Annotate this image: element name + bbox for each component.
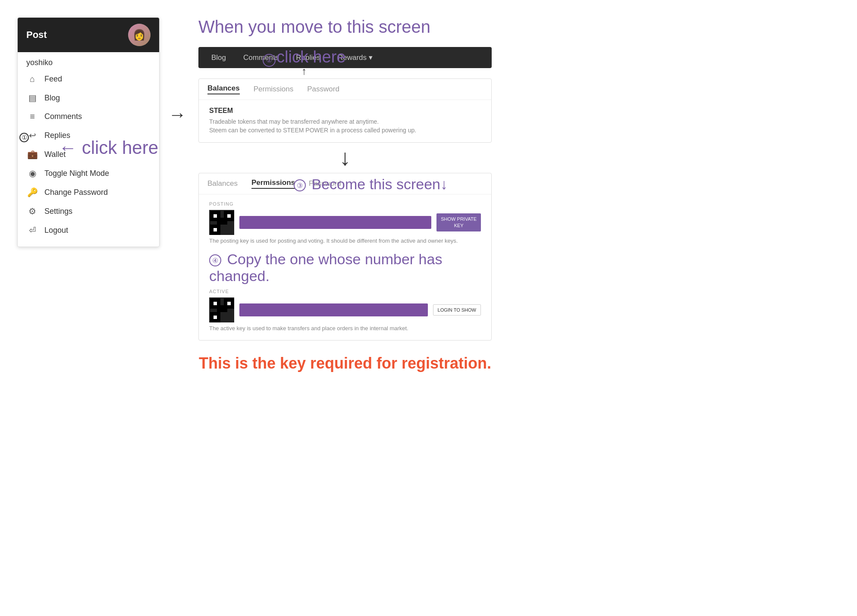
sidebar-username: yoshiko: [18, 52, 159, 70]
show-private-key-button[interactable]: SHOW PRIVATE KEY: [436, 213, 481, 232]
home-icon: ⌂: [26, 74, 38, 84]
wallet-icon: 💼: [26, 149, 38, 159]
posting-label: POSTING: [209, 201, 481, 206]
posting-qr-code: [209, 210, 234, 235]
sidebar-item-logout[interactable]: ⏎ Logout: [18, 221, 159, 240]
active-label: ACTIVE: [209, 289, 481, 294]
sidebar-header: Post 👩: [18, 18, 159, 52]
blog-icon: ▤: [26, 93, 38, 103]
tab-permissions[interactable]: Permissions: [254, 85, 294, 94]
permissions-tab-row: Balances Permissions Password ③ Become t…: [199, 173, 491, 194]
logout-icon: ⏎: [26, 225, 38, 235]
sidebar: Post 👩 yoshiko ⌂ Feed ▤ Blog ≡ Comments …: [17, 17, 160, 247]
balances-panel: Balances Permissions Password ②click her…: [198, 78, 492, 143]
arrow-up: ↑: [301, 65, 307, 77]
sidebar-comments-label: Comments: [44, 112, 82, 121]
posting-desc-row: The posting key is used for posting and …: [209, 238, 481, 244]
sidebar-item-feed[interactable]: ⌂ Feed: [18, 70, 159, 88]
night-mode-icon: ◉: [26, 168, 38, 178]
settings-icon: ⚙: [26, 206, 38, 216]
down-arrow-1: ↓: [198, 146, 492, 169]
posting-key-row: SHOW PRIVATE KEY: [209, 210, 481, 235]
wallet-click-annotation: ← click here: [59, 139, 158, 157]
avatar: 👩: [128, 24, 151, 46]
sidebar-feed-label: Feed: [44, 75, 62, 84]
posting-desc-text: The posting key is used for posting and …: [209, 238, 458, 244]
active-key-bar: [239, 303, 428, 316]
nav-blog[interactable]: Blog: [203, 47, 235, 68]
active-key-row: LOGIN TO SHOW: [209, 297, 481, 322]
sidebar-item-wallet[interactable]: 💼 Wallet ① ← click here: [18, 145, 159, 164]
circle-1-annotation: ①: [19, 133, 29, 142]
circle-2: ②: [263, 54, 276, 67]
steem-label: STEEM: [209, 107, 481, 115]
tab-balances-active[interactable]: Balances: [207, 84, 240, 94]
avatar-image: 👩: [128, 24, 151, 46]
active-qr-code: [209, 297, 234, 322]
tab-balances-2[interactable]: Balances: [207, 179, 238, 188]
login-to-show-button[interactable]: LOGIN TO SHOW: [433, 304, 481, 316]
sidebar-item-blog[interactable]: ▤ Blog: [18, 88, 159, 107]
balances-tab-row: Balances Permissions Password ②click her…: [199, 79, 491, 100]
sidebar-item-toggle-night[interactable]: ◉ Toggle Night Mode: [18, 164, 159, 183]
sidebar-item-comments[interactable]: ≡ Comments: [18, 107, 159, 126]
circle-4: ④: [209, 254, 221, 266]
steem-desc1: Tradeable tokens that may be transferred…: [209, 118, 481, 125]
balances-content: STEEM Tradeable tokens that may be trans…: [199, 100, 491, 142]
password-icon: 🔑: [26, 187, 38, 197]
main-content: When you move to this screen Blog Commen…: [198, 17, 802, 372]
copy-text: Copy the one whose number has changed.: [209, 251, 442, 284]
active-key-desc: The active key is used to make transfers…: [209, 325, 481, 331]
permissions-panel: Balances Permissions Password ③ Become t…: [198, 173, 492, 341]
copy-annotation-row: ④ Copy the one whose number has changed.: [209, 251, 481, 285]
permissions-content: POSTING SHOW PRIVATE KEY The pos: [199, 194, 491, 340]
become-screen-annotation: ③ Become this screen↓: [294, 176, 448, 193]
comments-icon: ≡: [26, 112, 38, 122]
annotation-click-here-2: ②click here ↑: [263, 48, 346, 77]
sidebar-item-settings[interactable]: ⚙ Settings: [18, 202, 159, 221]
sidebar-item-change-password[interactable]: 🔑 Change Password: [18, 183, 159, 202]
sidebar-menu: ⌂ Feed ▤ Blog ≡ Comments ↩ Replies 💼 Wal…: [18, 70, 159, 240]
top-section-wrapper: → Balances Permissions Password ②click h…: [198, 78, 802, 169]
registration-text: This is the key required for registratio…: [198, 354, 492, 372]
sidebar-password-label: Change Password: [44, 188, 108, 197]
screen-title: When you move to this screen: [198, 17, 802, 37]
circle2-click-text: ②click here: [263, 48, 346, 67]
sidebar-logout-label: Logout: [44, 226, 68, 235]
circle-3: ③: [294, 179, 306, 191]
posting-key-bar: [239, 216, 431, 229]
sidebar-title: Post: [26, 29, 47, 41]
sidebar-blog-label: Blog: [44, 94, 60, 103]
tab-password[interactable]: Password: [307, 85, 339, 94]
sidebar-night-label: Toggle Night Mode: [44, 169, 109, 178]
right-arrow-annotation: →: [168, 104, 186, 125]
steem-desc2: Steem can be converted to STEEM POWER in…: [209, 127, 481, 134]
tab-permissions-active[interactable]: Permissions: [251, 178, 295, 189]
posting-key-desc: The posting key is used for posting and …: [209, 238, 458, 244]
become-screen-text: Become this screen↓: [311, 176, 448, 192]
sidebar-settings-label: Settings: [44, 207, 72, 216]
